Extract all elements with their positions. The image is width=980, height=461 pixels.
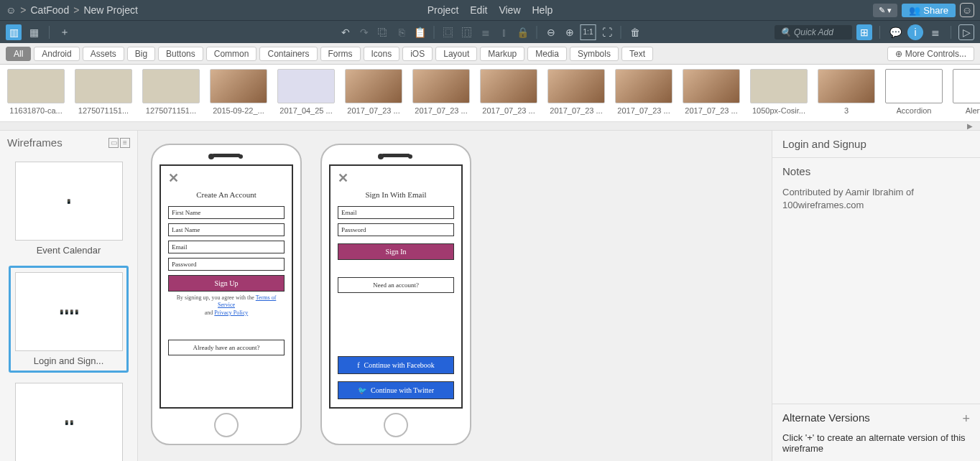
zoom-fit-icon[interactable]: ⛶ bbox=[599, 24, 615, 40]
copy-icon[interactable]: ⎘ bbox=[394, 24, 410, 40]
asset-strip: 11631870-ca... 1275071151... 1275071151.… bbox=[0, 65, 980, 122]
facebook-button[interactable]: fContinue with Facebook bbox=[338, 356, 454, 374]
first-name-field[interactable]: First Name bbox=[168, 206, 285, 219]
library-tab-markup[interactable]: Markup bbox=[480, 47, 524, 61]
library-tab-android[interactable]: Android bbox=[34, 47, 79, 61]
asset-item[interactable]: 3 bbox=[816, 69, 877, 115]
phone-mockup-signin[interactable]: ✕ Sign In With Email Email Password Sign… bbox=[320, 144, 471, 445]
account-icon[interactable]: ☺ bbox=[960, 3, 974, 17]
distribute-icon[interactable]: ⫿ bbox=[496, 24, 512, 40]
assets-chevron-row: ▶ bbox=[0, 122, 980, 131]
library-tab-icons[interactable]: Icons bbox=[364, 47, 400, 61]
library-tab-all[interactable]: All bbox=[6, 47, 31, 61]
breadcrumb-project[interactable]: CatFood bbox=[30, 4, 69, 16]
canvas[interactable]: ✕ Create An Account First Name Last Name… bbox=[138, 131, 772, 461]
menu-edit[interactable]: Edit bbox=[470, 4, 487, 16]
last-name-field[interactable]: Last Name bbox=[168, 223, 285, 236]
phone-mockup-signup[interactable]: ✕ Create An Account First Name Last Name… bbox=[151, 144, 302, 445]
library-tab-buttons[interactable]: Buttons bbox=[158, 47, 203, 61]
menu-help[interactable]: Help bbox=[532, 4, 553, 16]
toolbar: ▥ ▦ ＋ ↶ ↷ ⿻ ⎘ 📋 ⿴ ⿵ ≣ ⫿ 🔒 ⊖ ⊕ 1:1 ⛶ 🗑 🔍 … bbox=[0, 20, 980, 43]
asset-item[interactable]: 2017_07_23 ... bbox=[546, 69, 606, 115]
titlebar: ☺ > CatFood > New Project Project Edit V… bbox=[0, 0, 980, 20]
undo-icon[interactable]: ↶ bbox=[338, 24, 353, 40]
breadcrumb-current[interactable]: New Project bbox=[83, 4, 137, 16]
notes-body[interactable]: Contributed by Aamir Ibrahim of 100wiref… bbox=[782, 186, 970, 212]
paste-icon[interactable]: 📋 bbox=[412, 24, 428, 40]
notes-icon[interactable]: ≣ bbox=[928, 24, 943, 40]
lock-icon[interactable]: 🔒 bbox=[515, 24, 531, 40]
asset-item[interactable]: 2017_07_23 ... bbox=[614, 69, 674, 115]
zoom-in-icon[interactable]: ⊕ bbox=[562, 24, 578, 40]
password-field[interactable]: Password bbox=[338, 223, 454, 236]
asset-item[interactable]: 2017_07_23 ... bbox=[411, 69, 471, 115]
home-button-icon bbox=[384, 413, 408, 437]
zoom-out-icon[interactable]: ⊖ bbox=[543, 24, 559, 40]
asset-item[interactable]: 2017_07_23 ... bbox=[343, 69, 404, 115]
tos-text: By signing up, you agree with the Terms … bbox=[168, 294, 285, 317]
asset-item[interactable]: 1050px-Cosir... bbox=[749, 69, 809, 115]
asset-item[interactable]: 2015-09-22_... bbox=[208, 69, 269, 115]
sidebar-view-list-icon[interactable]: ≡ bbox=[120, 138, 130, 148]
library-tab-media[interactable]: Media bbox=[527, 47, 567, 61]
library-tab-assets[interactable]: Assets bbox=[83, 47, 124, 61]
asset-item[interactable]: 2017_07_23 ... bbox=[479, 69, 539, 115]
redo-icon[interactable]: ↷ bbox=[356, 24, 372, 40]
close-icon[interactable]: ✕ bbox=[168, 170, 285, 186]
password-field[interactable]: Password bbox=[168, 258, 285, 271]
library-tab-forms[interactable]: Forms bbox=[320, 47, 361, 61]
signin-button[interactable]: Sign In bbox=[338, 243, 454, 260]
view-grid-icon[interactable]: ▦ bbox=[26, 24, 42, 40]
library-tab-text[interactable]: Text bbox=[621, 47, 653, 61]
sidebar-view-thumb-icon[interactable]: ▭ bbox=[108, 138, 119, 148]
duplicate-icon[interactable]: ⿻ bbox=[375, 24, 391, 40]
wireframe-item-event-calendar[interactable]: 📱 Event Calendar bbox=[9, 157, 129, 260]
present-icon[interactable]: ▷ bbox=[958, 24, 974, 40]
ungroup-icon[interactable]: ⿵ bbox=[459, 24, 475, 40]
library-tab-ios[interactable]: iOS bbox=[402, 47, 433, 61]
library-tab-symbols[interactable]: Symbols bbox=[570, 47, 619, 61]
alternate-versions-body: Click '+' to create an alternate version… bbox=[782, 432, 970, 454]
menu-view[interactable]: View bbox=[499, 4, 520, 16]
library-tab-common[interactable]: Common bbox=[206, 47, 257, 61]
comments-icon[interactable]: 💬 bbox=[887, 24, 903, 40]
library-tab-big[interactable]: Big bbox=[127, 47, 155, 61]
wireframe-item-login-signup[interactable]: 📱📱📱📱 Login and Sign... bbox=[9, 266, 129, 373]
add-alternate-button[interactable]: + bbox=[962, 411, 970, 427]
email-field[interactable]: Email bbox=[168, 241, 285, 253]
more-controls-button[interactable]: ⊕ More Controls... bbox=[887, 47, 974, 61]
menu-project[interactable]: Project bbox=[427, 4, 459, 16]
pen-dropdown[interactable]: ✎ ▾ bbox=[873, 4, 897, 17]
email-field[interactable]: Email bbox=[338, 206, 454, 219]
share-button[interactable]: 👥 Share bbox=[902, 4, 956, 17]
wireframe-item-messaging[interactable]: 📱📱 Messaging bbox=[9, 378, 129, 461]
chevron-right-icon[interactable]: ▶ bbox=[967, 122, 973, 130]
signup-button[interactable]: Sign Up bbox=[168, 275, 285, 292]
smiley-icon[interactable]: ☺ bbox=[6, 4, 16, 16]
asset-item[interactable]: 2017_04_25 ... bbox=[276, 69, 336, 115]
asset-item[interactable]: Alert Box bbox=[951, 69, 980, 115]
twitter-button[interactable]: 🐦Continue with Twitter bbox=[338, 381, 454, 399]
asset-item[interactable]: 1275071151... bbox=[141, 69, 201, 115]
ui-library-toggle[interactable]: ⊞ bbox=[856, 24, 872, 40]
asset-item[interactable]: 1275071151... bbox=[73, 69, 134, 115]
quick-add-input[interactable]: 🔍 Quick Add bbox=[775, 25, 852, 39]
asset-item[interactable]: 2017_07_23 ... bbox=[681, 69, 741, 115]
asset-item[interactable]: Accordion bbox=[884, 69, 944, 115]
close-icon[interactable]: ✕ bbox=[338, 170, 454, 186]
already-account-button[interactable]: Already have an account? bbox=[168, 340, 285, 355]
inspector-title: Login and Signup bbox=[772, 131, 980, 158]
trash-icon[interactable]: 🗑 bbox=[627, 24, 643, 40]
info-icon[interactable]: i bbox=[907, 24, 923, 40]
need-account-button[interactable]: Need an account? bbox=[338, 277, 454, 293]
add-wireframe-icon[interactable]: ＋ bbox=[57, 24, 73, 40]
asset-item[interactable]: 11631870-ca... bbox=[6, 69, 66, 115]
view-panels-icon[interactable]: ▥ bbox=[6, 24, 22, 40]
align-icon[interactable]: ≣ bbox=[478, 24, 494, 40]
zoom-actual-icon[interactable]: 1:1 bbox=[581, 24, 596, 40]
group-icon[interactable]: ⿴ bbox=[440, 24, 456, 40]
library-tab-containers[interactable]: Containers bbox=[259, 47, 317, 61]
pp-link[interactable]: Privacy Policy bbox=[214, 309, 248, 316]
library-tab-layout[interactable]: Layout bbox=[435, 47, 477, 61]
twitter-icon: 🐦 bbox=[358, 386, 366, 394]
